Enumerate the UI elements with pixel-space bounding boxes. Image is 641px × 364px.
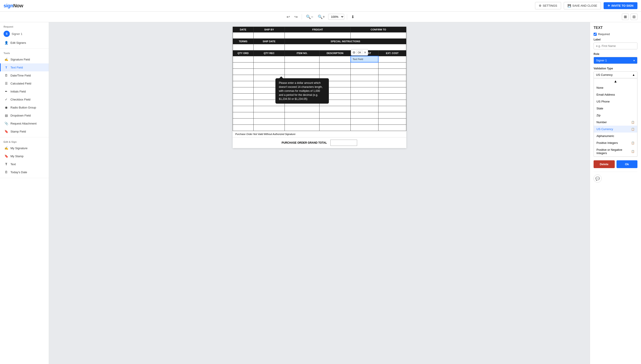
- validation-option-none[interactable]: None: [594, 84, 637, 91]
- table-header-row1: DATE SHIP BY FREIGHT CONFIRM TO: [233, 27, 406, 32]
- grand-total-input[interactable]: [330, 140, 357, 146]
- attachment-icon: 📎: [4, 122, 8, 126]
- role-section: Role Signer 1: [594, 52, 637, 64]
- my-signature-icon: ✍: [4, 146, 8, 150]
- text-field-cell: ⊕ OK ✕ Text Field: [351, 56, 378, 62]
- signer-badge: S: [4, 31, 10, 37]
- required-checkbox[interactable]: [594, 33, 597, 36]
- sidebar-item-text[interactable]: T Text Field: [0, 63, 49, 72]
- col-qty-rec: QTY REC: [253, 50, 285, 56]
- zoom-out-button[interactable]: 🔍−: [305, 13, 315, 21]
- sidebar: Request S Signer 1 👤 Edit Signers Tools …: [0, 22, 49, 364]
- top-header: signNow purchase order template_1_ ⚙ SET…: [0, 0, 641, 12]
- sidebar-item-checkbox[interactable]: ✓ Checkbox Field: [0, 96, 49, 104]
- role-select[interactable]: Signer 1: [594, 57, 637, 64]
- tools-section-title: Tools: [0, 50, 49, 55]
- table-row: ⊕ OK ✕ Text Field: [233, 56, 406, 62]
- table-row: [233, 68, 406, 75]
- col-confirm-to: CONFIRM TO: [351, 27, 406, 32]
- validation-section-title: Validation Type: [594, 67, 637, 70]
- todays-date-icon: 🗓: [4, 170, 8, 174]
- sidebar-item-datetime[interactable]: 🗓 Date/Time Field: [0, 72, 49, 80]
- panel-title: TEXT: [594, 26, 637, 30]
- text-field-label: Text Field: [353, 58, 363, 60]
- field-popup: ⊕ OK ✕: [351, 49, 368, 56]
- validation-option-alphanumeric[interactable]: Alphanumeric: [594, 132, 637, 140]
- validation-section: Validation Type US Currency ▲ ▲ None Ema…: [594, 67, 637, 157]
- cell-date: [233, 32, 253, 39]
- toolbar-right: ⊞ ⊟: [622, 14, 637, 20]
- view-toggle-1[interactable]: ⊞: [622, 14, 629, 20]
- canvas-area[interactable]: DATE SHIP BY FREIGHT CONFIRM TO TERMS SH…: [49, 22, 590, 364]
- po-footer: Purchase Order Not Valid Without Authori…: [233, 131, 406, 137]
- sidebar-item-initials[interactable]: ✒ Initials Field: [0, 88, 49, 96]
- col-terms: TERMS: [233, 39, 253, 44]
- col-freight: FREIGHT: [285, 27, 351, 32]
- validation-option-email[interactable]: Email Address: [594, 91, 637, 98]
- zoom-select[interactable]: 100% 50% 75% 125% 150%: [328, 14, 344, 20]
- view-toggle-2[interactable]: ⊟: [630, 14, 637, 20]
- col-ship-by: SHIP BY: [253, 27, 285, 32]
- zoom-in-button[interactable]: 🔍+: [316, 13, 326, 21]
- sidebar-item-text-edit[interactable]: T Text: [0, 160, 49, 168]
- col-qty-ord: QTY ORD: [233, 50, 253, 56]
- signature-icon: ✍: [4, 57, 8, 61]
- cell-special: [285, 44, 406, 50]
- redo-button[interactable]: ↪: [293, 13, 299, 21]
- popup-ok-button[interactable]: OK: [356, 50, 363, 54]
- save-and-close-button[interactable]: 💾 SAVE AND CLOSE: [564, 2, 601, 9]
- move-handle[interactable]: ⊕: [352, 50, 355, 54]
- col-ext-cost: EXT. COST: [378, 50, 406, 56]
- role-select-wrapper: Signer 1: [594, 57, 637, 64]
- sidebar-item-attachment[interactable]: 📎 Request Attachment: [0, 120, 49, 128]
- col-item-no: ITEM NO.: [285, 50, 319, 56]
- sidebar-item-calculated[interactable]: ☰ Calculated Field: [0, 80, 49, 88]
- sidebar-item-my-signature[interactable]: ✍ My Signature: [0, 144, 49, 152]
- document-container: DATE SHIP BY FREIGHT CONFIRM TO TERMS SH…: [233, 27, 406, 148]
- required-label: Required: [598, 32, 610, 36]
- sidebar-item-todays-date[interactable]: 🗓 Today's Date: [0, 168, 49, 176]
- delete-button[interactable]: Delete: [594, 160, 615, 168]
- doc-title-input[interactable]: purchase order template_1_: [27, 4, 531, 8]
- scroll-up: ▲: [594, 78, 637, 84]
- chat-button[interactable]: 💬: [594, 174, 602, 182]
- invite-to-sign-button[interactable]: ✈ INVITE TO SIGN: [604, 2, 637, 9]
- user-icon: 👤: [4, 41, 8, 45]
- signer-item[interactable]: S Signer 1: [0, 29, 49, 39]
- radio-icon: ◉: [4, 106, 8, 110]
- validation-option-zip[interactable]: Zip: [594, 112, 637, 119]
- calculated-icon: ☰: [4, 82, 8, 86]
- validation-option-positive-int[interactable]: Positive Integers 📋: [594, 140, 637, 146]
- table-header-row2: TERMS SHIP DATE SPECIAL INSTRUCTIONS: [233, 39, 406, 44]
- main-layout: Request S Signer 1 👤 Edit Signers Tools …: [0, 22, 641, 364]
- sidebar-item-my-stamp[interactable]: 🔖 My Stamp: [0, 152, 49, 160]
- validation-option-phone[interactable]: US Phone: [594, 98, 637, 105]
- label-input[interactable]: [594, 42, 637, 49]
- validation-option-currency[interactable]: US Currency 📋: [594, 126, 637, 132]
- popup-close-button[interactable]: ✕: [364, 51, 366, 54]
- table-data-row2: [233, 44, 406, 50]
- sidebar-item-dropdown[interactable]: ▤ Dropdown Field: [0, 112, 49, 120]
- edit-sign-title: Edit & Sign: [0, 139, 49, 144]
- download-button[interactable]: ⬇: [350, 13, 356, 21]
- request-section: Request S Signer 1 👤 Edit Signers: [0, 22, 49, 49]
- validation-option-pos-neg-int[interactable]: Positive or Negative Integers 📋: [594, 146, 637, 156]
- validation-dropdown-header[interactable]: US Currency ▲: [594, 72, 637, 78]
- cell-terms: [233, 44, 253, 50]
- validation-option-number[interactable]: Number 📋: [594, 119, 637, 126]
- validation-option-state[interactable]: State: [594, 105, 637, 112]
- validation-dropdown: ▲ None Email Address US Phone State Zip …: [594, 78, 637, 157]
- sidebar-item-signature[interactable]: ✍ Signature Field: [0, 55, 49, 63]
- datetime-icon: 🗓: [4, 74, 8, 78]
- toolbar-divider-2: [347, 14, 347, 20]
- settings-button[interactable]: ⚙ SETTINGS: [535, 2, 561, 9]
- currency-info-icon: 📋: [631, 128, 634, 131]
- col-ship-date: SHIP DATE: [253, 39, 285, 44]
- undo-button[interactable]: ↩: [285, 13, 291, 21]
- settings-icon: ⚙: [539, 4, 541, 7]
- sidebar-item-radio[interactable]: ◉ Radio Button Group: [0, 104, 49, 112]
- ok-button[interactable]: Ok: [616, 160, 638, 168]
- cell-ship-date: [253, 44, 285, 50]
- sidebar-item-stamp[interactable]: 🔖 Stamp Field: [0, 128, 49, 136]
- edit-signers-item[interactable]: 👤 Edit Signers: [0, 39, 49, 47]
